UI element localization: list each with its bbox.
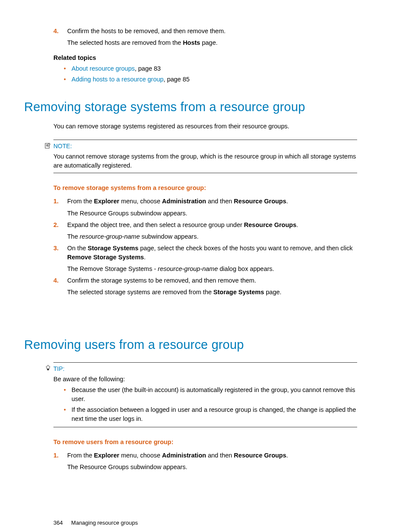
sec1-body: You can remove storage systems registere… (53, 122, 370, 131)
related-suffix: , page 83 (135, 65, 161, 72)
procedure-heading: To remove storage systems from a resourc… (53, 184, 370, 193)
t: page. (200, 39, 218, 46)
step-line2: The Remove Storage Systems - resource-gr… (67, 264, 370, 274)
step-1: 1. From the Explorer menu, choose Admini… (53, 197, 370, 218)
svg-point-1 (47, 366, 50, 369)
t-italic: resource-group-name (158, 265, 218, 272)
related-topics-heading: Related topics (53, 53, 370, 62)
step-line1: Expand the object tree, and then select … (67, 221, 370, 230)
related-suffix: , page 85 (164, 76, 190, 83)
t-italic: resource-group-name (80, 233, 140, 240)
t: From the (67, 198, 94, 205)
step-line2: The selected storage systems are removed… (67, 288, 370, 297)
heading-remove-users: Removing users from a resource group (24, 336, 370, 354)
step-text-result: The selected hosts are removed from the … (67, 38, 370, 47)
t-bold: Remove Storage Systems (67, 254, 144, 261)
sec2-steps: 1. From the Explorer menu, choose Admini… (53, 451, 370, 472)
procedure-heading: To remove users from a resource group: (53, 438, 370, 447)
page-number: 364 (53, 520, 63, 526)
tip-icon (45, 365, 51, 371)
step-line1: From the Explorer menu, choose Administr… (67, 197, 370, 206)
step-4: 4. Confirm the storage systems to be rem… (53, 276, 370, 297)
divider (53, 427, 357, 427)
t: menu, choose (119, 198, 162, 205)
t-bold: Resource Groups (244, 221, 296, 228)
note-callout: NOTE: You cannot remove storage systems … (53, 140, 370, 173)
related-link[interactable]: About resource groups (72, 65, 135, 72)
tip-body: Be aware of the following: Because the u… (53, 375, 357, 423)
t: page. (264, 289, 281, 296)
t-bold: Hosts (183, 39, 200, 46)
tip-header: TIP: (53, 364, 357, 373)
t-bold: Resource Groups (234, 452, 286, 459)
tip-item: Because the user (the built-in account) … (64, 386, 357, 404)
t: . (286, 198, 288, 205)
page-footer: 364 Managing resource groups (53, 519, 370, 527)
t-bold: Explorer (94, 198, 119, 205)
related-link[interactable]: Adding hosts to a resource group (72, 76, 164, 83)
t: The selected hosts are removed from the (67, 39, 183, 46)
t: page, select the check boxes of the host… (138, 245, 352, 252)
t: . (286, 452, 288, 459)
note-body: You cannot remove storage systems from t… (53, 152, 357, 170)
related-topics-list: About resource groups, page 83 Adding ho… (64, 64, 370, 84)
sec2-proc: To remove users from a resource group: 1… (53, 438, 370, 472)
top-step-list: 4. Confirm the hosts to be removed, and … (53, 27, 370, 47)
t-bold: Storage Systems (213, 289, 264, 296)
step-number: 1. (53, 197, 59, 206)
step-3: 3. On the Storage Systems page, select t… (53, 244, 370, 274)
t: The Remove Storage Systems - (67, 265, 158, 272)
t: and then (206, 198, 234, 205)
note-label: NOTE: (53, 143, 72, 149)
t: Expand the object tree, and then select … (67, 221, 244, 228)
tip-list: Because the user (the built-in account) … (64, 386, 357, 423)
step-1: 1. From the Explorer menu, choose Admini… (53, 451, 370, 472)
step-line1: From the Explorer menu, choose Administr… (67, 451, 370, 460)
t-bold: Resource Groups (234, 198, 286, 205)
t: . (296, 221, 298, 228)
t: menu, choose (119, 452, 162, 459)
tip-callout: TIP: Be aware of the following: Because … (53, 362, 370, 427)
sec1-steps: 1. From the Explorer menu, choose Admini… (53, 197, 370, 296)
t-bold: Administration (162, 198, 206, 205)
sec1-proc: To remove storage systems from a resourc… (53, 184, 370, 296)
divider (53, 362, 357, 363)
step-2: 2. Expand the object tree, and then sele… (53, 221, 370, 241)
step-line1: On the Storage Systems page, select the … (67, 244, 370, 262)
step-line1: Confirm the storage systems to be remove… (67, 276, 370, 285)
divider (53, 140, 357, 140)
step-line2: The Resource Groups subwindow appears. (67, 209, 370, 218)
tip-label: TIP: (53, 365, 65, 372)
related-topic-item: About resource groups, page 83 (64, 64, 370, 73)
t: From the (67, 452, 94, 459)
step-line2: The Resource Groups subwindow appears. (67, 463, 370, 472)
footer-title: Managing resource groups (71, 520, 138, 526)
t-bold: Storage Systems (88, 245, 139, 252)
divider (53, 173, 357, 173)
tip-intro: Be aware of the following: (53, 375, 357, 384)
step-number: 3. (53, 244, 59, 253)
step-number: 4. (53, 27, 59, 36)
step-number: 2. (53, 221, 59, 230)
step-number: 1. (53, 451, 59, 460)
top-step-4: 4. Confirm the hosts to be removed, and … (53, 27, 370, 47)
step-line2: The resource-group-name subwindow appear… (67, 232, 370, 241)
heading-remove-storage: Removing storage systems from a resource… (24, 98, 370, 116)
step-number: 4. (53, 276, 59, 285)
t-bold: Administration (162, 452, 206, 459)
t-bold: Explorer (94, 452, 119, 459)
t: dialog box appears. (218, 265, 274, 272)
tip-item: If the association between a logged in u… (64, 405, 357, 423)
t: subwindow appears. (140, 233, 198, 240)
t: On the (67, 245, 88, 252)
sec1-intro: You can remove storage systems registere… (53, 122, 370, 131)
step-text: Confirm the hosts to be removed, and the… (67, 27, 370, 36)
t: and then (206, 452, 234, 459)
t: . (144, 254, 146, 261)
top-block: 4. Confirm the hosts to be removed, and … (53, 27, 370, 84)
note-icon (45, 142, 51, 149)
note-header: NOTE: (53, 142, 357, 150)
related-topic-item: Adding hosts to a resource group, page 8… (64, 75, 370, 84)
t: The (67, 233, 80, 240)
t: The selected storage systems are removed… (67, 289, 213, 296)
